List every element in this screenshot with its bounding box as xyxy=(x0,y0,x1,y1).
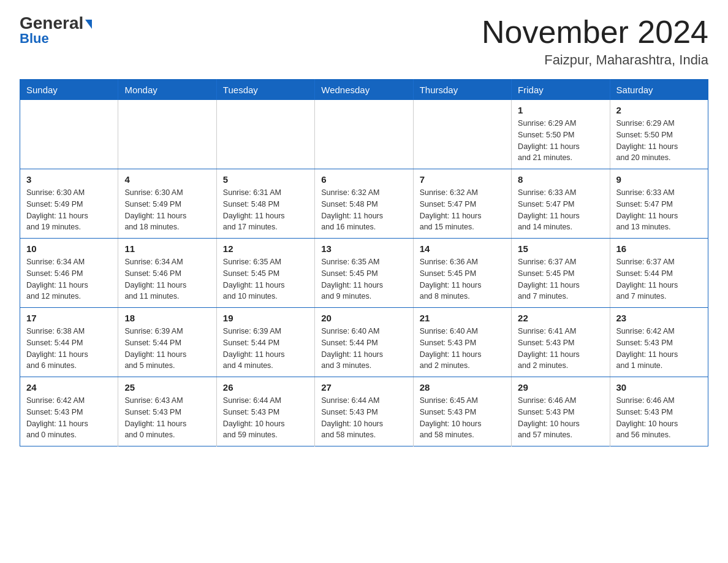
calendar-cell: 21Sunrise: 6:40 AMSunset: 5:43 PMDayligh… xyxy=(413,308,511,377)
day-number: 5 xyxy=(223,174,308,185)
day-number: 24 xyxy=(26,382,112,393)
day-info: Sunrise: 6:36 AMSunset: 5:45 PMDaylight:… xyxy=(420,256,505,302)
calendar-cell: 25Sunrise: 6:43 AMSunset: 5:43 PMDayligh… xyxy=(118,377,216,446)
calendar-cell: 5Sunrise: 6:31 AMSunset: 5:48 PMDaylight… xyxy=(216,169,314,239)
day-number: 7 xyxy=(420,174,505,185)
calendar-cell: 26Sunrise: 6:44 AMSunset: 5:43 PMDayligh… xyxy=(216,377,314,446)
calendar-cell: 17Sunrise: 6:38 AMSunset: 5:44 PMDayligh… xyxy=(20,308,118,377)
day-info: Sunrise: 6:40 AMSunset: 5:43 PMDaylight:… xyxy=(420,326,505,372)
calendar-cell: 11Sunrise: 6:34 AMSunset: 5:46 PMDayligh… xyxy=(118,239,216,308)
day-info: Sunrise: 6:37 AMSunset: 5:44 PMDaylight:… xyxy=(616,256,702,302)
calendar-cell: 10Sunrise: 6:34 AMSunset: 5:46 PMDayligh… xyxy=(20,239,118,308)
month-title: November 2024 xyxy=(482,15,708,50)
day-info: Sunrise: 6:32 AMSunset: 5:48 PMDaylight:… xyxy=(321,187,406,233)
calendar-cell: 18Sunrise: 6:39 AMSunset: 5:44 PMDayligh… xyxy=(118,308,216,377)
day-number: 6 xyxy=(321,174,406,185)
day-number: 4 xyxy=(124,174,210,185)
calendar-cell: 4Sunrise: 6:30 AMSunset: 5:49 PMDaylight… xyxy=(118,169,216,239)
calendar-cell: 24Sunrise: 6:42 AMSunset: 5:43 PMDayligh… xyxy=(20,377,118,446)
calendar-cell: 14Sunrise: 6:36 AMSunset: 5:45 PMDayligh… xyxy=(413,239,511,308)
day-info: Sunrise: 6:37 AMSunset: 5:45 PMDaylight:… xyxy=(518,256,603,302)
calendar-cell: 1Sunrise: 6:29 AMSunset: 5:50 PMDaylight… xyxy=(512,100,610,169)
weekday-header-sunday: Sunday xyxy=(20,80,118,101)
calendar-cell: 19Sunrise: 6:39 AMSunset: 5:44 PMDayligh… xyxy=(216,308,314,377)
calendar-cell: 30Sunrise: 6:46 AMSunset: 5:43 PMDayligh… xyxy=(610,377,708,446)
calendar-week-4: 17Sunrise: 6:38 AMSunset: 5:44 PMDayligh… xyxy=(20,308,708,377)
calendar-table: SundayMondayTuesdayWednesdayThursdayFrid… xyxy=(20,79,708,446)
day-number: 25 xyxy=(124,382,210,393)
day-number: 18 xyxy=(124,313,210,323)
calendar-cell xyxy=(118,100,216,169)
day-number: 11 xyxy=(124,243,210,254)
day-info: Sunrise: 6:34 AMSunset: 5:46 PMDaylight:… xyxy=(124,256,210,302)
day-info: Sunrise: 6:29 AMSunset: 5:50 PMDaylight:… xyxy=(518,118,603,164)
day-info: Sunrise: 6:43 AMSunset: 5:43 PMDaylight:… xyxy=(124,395,210,441)
calendar-cell: 9Sunrise: 6:33 AMSunset: 5:47 PMDaylight… xyxy=(610,169,708,239)
day-number: 22 xyxy=(518,313,603,323)
day-info: Sunrise: 6:29 AMSunset: 5:50 PMDaylight:… xyxy=(616,118,702,164)
weekday-header-monday: Monday xyxy=(118,80,216,101)
calendar-cell xyxy=(216,100,314,169)
day-info: Sunrise: 6:44 AMSunset: 5:43 PMDaylight:… xyxy=(223,395,308,441)
calendar-cell: 23Sunrise: 6:42 AMSunset: 5:43 PMDayligh… xyxy=(610,308,708,377)
day-info: Sunrise: 6:34 AMSunset: 5:46 PMDaylight:… xyxy=(26,256,112,302)
day-info: Sunrise: 6:35 AMSunset: 5:45 PMDaylight:… xyxy=(223,256,308,302)
calendar-week-2: 3Sunrise: 6:30 AMSunset: 5:49 PMDaylight… xyxy=(20,169,708,239)
calendar-cell xyxy=(315,100,413,169)
calendar-week-5: 24Sunrise: 6:42 AMSunset: 5:43 PMDayligh… xyxy=(20,377,708,446)
day-info: Sunrise: 6:39 AMSunset: 5:44 PMDaylight:… xyxy=(124,326,210,372)
calendar-cell: 27Sunrise: 6:44 AMSunset: 5:43 PMDayligh… xyxy=(315,377,413,446)
day-number: 23 xyxy=(616,313,702,323)
day-info: Sunrise: 6:38 AMSunset: 5:44 PMDaylight:… xyxy=(26,326,112,372)
day-info: Sunrise: 6:33 AMSunset: 5:47 PMDaylight:… xyxy=(616,187,702,233)
day-info: Sunrise: 6:42 AMSunset: 5:43 PMDaylight:… xyxy=(26,395,112,441)
day-info: Sunrise: 6:33 AMSunset: 5:47 PMDaylight:… xyxy=(518,187,603,233)
logo-general: General xyxy=(20,15,92,32)
day-number: 3 xyxy=(26,174,112,185)
day-number: 26 xyxy=(223,382,308,393)
day-info: Sunrise: 6:44 AMSunset: 5:43 PMDaylight:… xyxy=(321,395,406,441)
calendar-cell: 29Sunrise: 6:46 AMSunset: 5:43 PMDayligh… xyxy=(512,377,610,446)
calendar-cell: 15Sunrise: 6:37 AMSunset: 5:45 PMDayligh… xyxy=(512,239,610,308)
calendar-cell: 16Sunrise: 6:37 AMSunset: 5:44 PMDayligh… xyxy=(610,239,708,308)
logo: General Blue xyxy=(20,15,92,47)
day-number: 15 xyxy=(518,243,603,254)
day-number: 9 xyxy=(616,174,702,185)
calendar-header-row: SundayMondayTuesdayWednesdayThursdayFrid… xyxy=(20,80,708,101)
day-number: 30 xyxy=(616,382,702,393)
day-number: 8 xyxy=(518,174,603,185)
calendar-cell xyxy=(413,100,511,169)
weekday-header-saturday: Saturday xyxy=(610,80,708,101)
day-info: Sunrise: 6:30 AMSunset: 5:49 PMDaylight:… xyxy=(124,187,210,233)
day-info: Sunrise: 6:42 AMSunset: 5:43 PMDaylight:… xyxy=(616,326,702,372)
day-info: Sunrise: 6:45 AMSunset: 5:43 PMDaylight:… xyxy=(420,395,505,441)
day-info: Sunrise: 6:30 AMSunset: 5:49 PMDaylight:… xyxy=(26,187,112,233)
day-number: 27 xyxy=(321,382,406,393)
calendar-cell: 13Sunrise: 6:35 AMSunset: 5:45 PMDayligh… xyxy=(315,239,413,308)
day-number: 17 xyxy=(26,313,112,323)
day-info: Sunrise: 6:32 AMSunset: 5:47 PMDaylight:… xyxy=(420,187,505,233)
day-number: 14 xyxy=(420,243,505,254)
day-info: Sunrise: 6:40 AMSunset: 5:44 PMDaylight:… xyxy=(321,326,406,372)
day-number: 1 xyxy=(518,105,603,115)
day-info: Sunrise: 6:46 AMSunset: 5:43 PMDaylight:… xyxy=(518,395,603,441)
title-block: November 2024 Faizpur, Maharashtra, Indi… xyxy=(482,15,708,68)
calendar-cell: 12Sunrise: 6:35 AMSunset: 5:45 PMDayligh… xyxy=(216,239,314,308)
day-info: Sunrise: 6:41 AMSunset: 5:43 PMDaylight:… xyxy=(518,326,603,372)
day-number: 28 xyxy=(420,382,505,393)
calendar-cell: 8Sunrise: 6:33 AMSunset: 5:47 PMDaylight… xyxy=(512,169,610,239)
weekday-header-tuesday: Tuesday xyxy=(216,80,314,101)
calendar-cell: 20Sunrise: 6:40 AMSunset: 5:44 PMDayligh… xyxy=(315,308,413,377)
calendar-cell: 2Sunrise: 6:29 AMSunset: 5:50 PMDaylight… xyxy=(610,100,708,169)
day-number: 10 xyxy=(26,243,112,254)
day-info: Sunrise: 6:39 AMSunset: 5:44 PMDaylight:… xyxy=(223,326,308,372)
calendar-week-1: 1Sunrise: 6:29 AMSunset: 5:50 PMDaylight… xyxy=(20,100,708,169)
day-number: 19 xyxy=(223,313,308,323)
page-header: General Blue November 2024 Faizpur, Maha… xyxy=(20,15,708,68)
calendar-cell: 7Sunrise: 6:32 AMSunset: 5:47 PMDaylight… xyxy=(413,169,511,239)
weekday-header-wednesday: Wednesday xyxy=(315,80,413,101)
weekday-header-thursday: Thursday xyxy=(413,80,511,101)
calendar-cell: 22Sunrise: 6:41 AMSunset: 5:43 PMDayligh… xyxy=(512,308,610,377)
calendar-week-3: 10Sunrise: 6:34 AMSunset: 5:46 PMDayligh… xyxy=(20,239,708,308)
calendar-cell: 28Sunrise: 6:45 AMSunset: 5:43 PMDayligh… xyxy=(413,377,511,446)
